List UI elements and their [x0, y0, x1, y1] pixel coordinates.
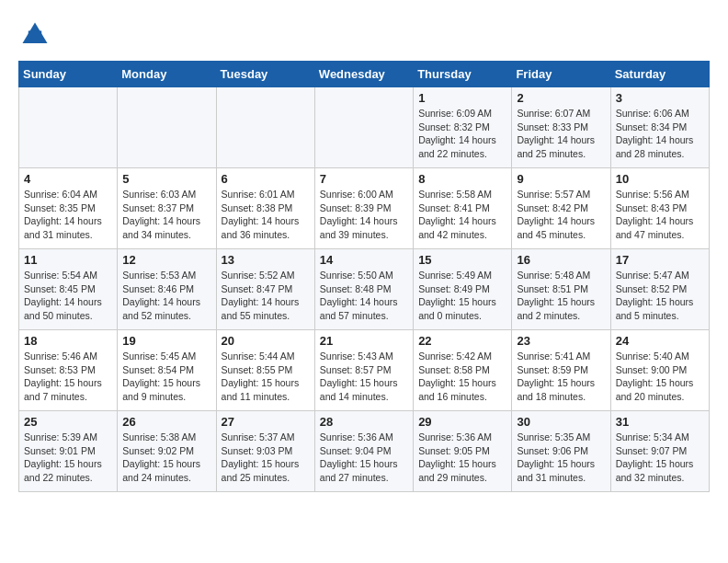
day-of-week-header: Sunday — [19, 62, 118, 87]
day-number: 6 — [222, 172, 310, 186]
day-info: Sunrise: 5:45 AMSunset: 8:54 PMDaylight:… — [122, 350, 210, 404]
day-number: 26 — [122, 415, 210, 429]
day-of-week-header: Wednesday — [314, 62, 413, 87]
day-info: Sunrise: 5:41 AMSunset: 8:59 PMDaylight:… — [517, 350, 605, 404]
calendar-cell: 17Sunrise: 5:47 AMSunset: 8:52 PMDayligh… — [610, 249, 709, 330]
day-info: Sunrise: 5:56 AMSunset: 8:43 PMDaylight:… — [616, 188, 704, 242]
calendar-cell: 16Sunrise: 5:48 AMSunset: 8:51 PMDayligh… — [512, 249, 610, 330]
day-of-week-header: Saturday — [610, 62, 709, 87]
calendar-cell: 27Sunrise: 5:37 AMSunset: 9:03 PMDayligh… — [216, 411, 314, 492]
day-number: 11 — [24, 253, 112, 267]
day-number: 22 — [418, 334, 506, 348]
day-info: Sunrise: 5:43 AMSunset: 8:57 PMDaylight:… — [320, 350, 408, 404]
day-of-week-header: Friday — [512, 62, 610, 87]
calendar-cell: 26Sunrise: 5:38 AMSunset: 9:02 PMDayligh… — [118, 411, 216, 492]
calendar-week-row: 18Sunrise: 5:46 AMSunset: 8:53 PMDayligh… — [19, 330, 710, 411]
day-number: 4 — [24, 172, 112, 186]
day-number: 20 — [222, 334, 310, 348]
day-info: Sunrise: 5:57 AMSunset: 8:42 PMDaylight:… — [517, 188, 605, 242]
calendar-cell: 3Sunrise: 6:06 AMSunset: 8:34 PMDaylight… — [610, 87, 709, 168]
calendar-cell: 6Sunrise: 6:01 AMSunset: 8:38 PMDaylight… — [216, 168, 314, 249]
day-number: 30 — [517, 415, 605, 429]
calendar-cell: 4Sunrise: 6:04 AMSunset: 8:35 PMDaylight… — [19, 168, 118, 249]
calendar-cell: 7Sunrise: 6:00 AMSunset: 8:39 PMDaylight… — [314, 168, 413, 249]
calendar-cell: 1Sunrise: 6:09 AMSunset: 8:32 PMDaylight… — [414, 87, 512, 168]
day-info: Sunrise: 6:01 AMSunset: 8:38 PMDaylight:… — [222, 188, 310, 242]
calendar-cell: 30Sunrise: 5:35 AMSunset: 9:06 PMDayligh… — [512, 411, 610, 492]
day-info: Sunrise: 6:06 AMSunset: 8:34 PMDaylight:… — [616, 107, 704, 161]
calendar: SundayMondayTuesdayWednesdayThursdayFrid… — [18, 61, 710, 492]
day-info: Sunrise: 5:37 AMSunset: 9:03 PMDaylight:… — [222, 431, 310, 485]
header — [18, 18, 710, 52]
calendar-cell: 13Sunrise: 5:52 AMSunset: 8:47 PMDayligh… — [216, 249, 314, 330]
day-number: 21 — [320, 334, 408, 348]
day-info: Sunrise: 5:34 AMSunset: 9:07 PMDaylight:… — [616, 431, 704, 485]
day-number: 23 — [517, 334, 605, 348]
day-info: Sunrise: 6:07 AMSunset: 8:33 PMDaylight:… — [517, 107, 605, 161]
calendar-cell: 23Sunrise: 5:41 AMSunset: 8:59 PMDayligh… — [512, 330, 610, 411]
day-info: Sunrise: 5:42 AMSunset: 8:58 PMDaylight:… — [418, 350, 506, 404]
day-of-week-header: Tuesday — [216, 62, 314, 87]
day-info: Sunrise: 5:39 AMSunset: 9:01 PMDaylight:… — [24, 431, 112, 485]
day-info: Sunrise: 5:58 AMSunset: 8:41 PMDaylight:… — [418, 188, 506, 242]
calendar-cell: 25Sunrise: 5:39 AMSunset: 9:01 PMDayligh… — [19, 411, 118, 492]
calendar-cell: 22Sunrise: 5:42 AMSunset: 8:58 PMDayligh… — [414, 330, 512, 411]
day-number: 13 — [222, 253, 310, 267]
day-number: 16 — [517, 253, 605, 267]
calendar-cell: 19Sunrise: 5:45 AMSunset: 8:54 PMDayligh… — [118, 330, 216, 411]
calendar-cell — [314, 87, 413, 168]
calendar-cell: 11Sunrise: 5:54 AMSunset: 8:45 PMDayligh… — [19, 249, 118, 330]
day-number: 1 — [418, 91, 506, 105]
day-info: Sunrise: 6:03 AMSunset: 8:37 PMDaylight:… — [122, 188, 210, 242]
day-number: 15 — [418, 253, 506, 267]
calendar-cell: 9Sunrise: 5:57 AMSunset: 8:42 PMDaylight… — [512, 168, 610, 249]
day-number: 7 — [320, 172, 408, 186]
calendar-cell — [118, 87, 216, 168]
calendar-cell: 8Sunrise: 5:58 AMSunset: 8:41 PMDaylight… — [414, 168, 512, 249]
day-number: 29 — [418, 415, 506, 429]
day-number: 8 — [418, 172, 506, 186]
calendar-header-row: SundayMondayTuesdayWednesdayThursdayFrid… — [19, 62, 710, 87]
day-info: Sunrise: 5:40 AMSunset: 9:00 PMDaylight:… — [616, 350, 704, 404]
day-number: 14 — [320, 253, 408, 267]
day-number: 27 — [222, 415, 310, 429]
day-info: Sunrise: 5:47 AMSunset: 8:52 PMDaylight:… — [616, 269, 704, 323]
day-number: 3 — [616, 91, 704, 105]
day-number: 9 — [517, 172, 605, 186]
calendar-cell: 10Sunrise: 5:56 AMSunset: 8:43 PMDayligh… — [610, 168, 709, 249]
calendar-week-row: 25Sunrise: 5:39 AMSunset: 9:01 PMDayligh… — [19, 411, 710, 492]
calendar-cell: 12Sunrise: 5:53 AMSunset: 8:46 PMDayligh… — [118, 249, 216, 330]
day-info: Sunrise: 5:48 AMSunset: 8:51 PMDaylight:… — [517, 269, 605, 323]
calendar-cell — [216, 87, 314, 168]
day-info: Sunrise: 5:46 AMSunset: 8:53 PMDaylight:… — [24, 350, 112, 404]
day-of-week-header: Monday — [118, 62, 216, 87]
day-info: Sunrise: 5:50 AMSunset: 8:48 PMDaylight:… — [320, 269, 408, 323]
calendar-cell: 2Sunrise: 6:07 AMSunset: 8:33 PMDaylight… — [512, 87, 610, 168]
day-info: Sunrise: 5:36 AMSunset: 9:05 PMDaylight:… — [418, 431, 506, 485]
svg-rect-1 — [28, 31, 41, 44]
day-info: Sunrise: 5:53 AMSunset: 8:46 PMDaylight:… — [122, 269, 210, 323]
day-number: 10 — [616, 172, 704, 186]
page: SundayMondayTuesdayWednesdayThursdayFrid… — [0, 0, 728, 511]
calendar-week-row: 11Sunrise: 5:54 AMSunset: 8:45 PMDayligh… — [19, 249, 710, 330]
day-number: 24 — [616, 334, 704, 348]
day-of-week-header: Thursday — [414, 62, 512, 87]
calendar-cell: 15Sunrise: 5:49 AMSunset: 8:49 PMDayligh… — [414, 249, 512, 330]
logo — [18, 18, 55, 52]
calendar-cell: 24Sunrise: 5:40 AMSunset: 9:00 PMDayligh… — [610, 330, 709, 411]
calendar-cell: 18Sunrise: 5:46 AMSunset: 8:53 PMDayligh… — [19, 330, 118, 411]
calendar-week-row: 4Sunrise: 6:04 AMSunset: 8:35 PMDaylight… — [19, 168, 710, 249]
day-number: 28 — [320, 415, 408, 429]
calendar-cell: 21Sunrise: 5:43 AMSunset: 8:57 PMDayligh… — [314, 330, 413, 411]
day-number: 12 — [122, 253, 210, 267]
day-info: Sunrise: 5:35 AMSunset: 9:06 PMDaylight:… — [517, 431, 605, 485]
day-info: Sunrise: 6:04 AMSunset: 8:35 PMDaylight:… — [24, 188, 112, 242]
day-number: 18 — [24, 334, 112, 348]
day-info: Sunrise: 6:00 AMSunset: 8:39 PMDaylight:… — [320, 188, 408, 242]
day-number: 5 — [122, 172, 210, 186]
day-number: 25 — [24, 415, 112, 429]
logo-icon — [18, 18, 51, 52]
day-info: Sunrise: 5:52 AMSunset: 8:47 PMDaylight:… — [222, 269, 310, 323]
calendar-cell: 5Sunrise: 6:03 AMSunset: 8:37 PMDaylight… — [118, 168, 216, 249]
calendar-cell — [19, 87, 118, 168]
